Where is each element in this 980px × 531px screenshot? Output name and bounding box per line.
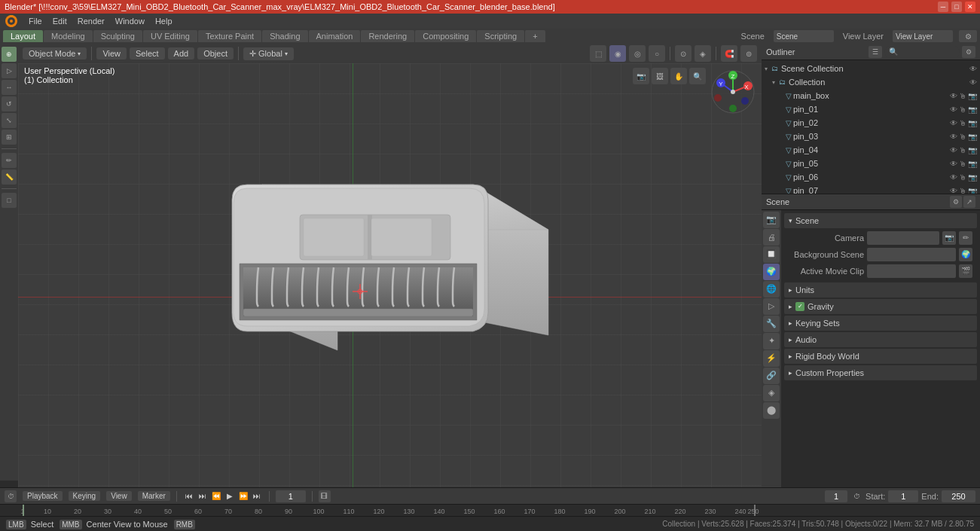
transform-tool[interactable]: ⊞ [2,130,17,145]
cursor-tool[interactable]: ⊕ [2,47,17,62]
outliner-filter[interactable]: ☰ [869,46,882,58]
menu-edit[interactable]: Edit [48,15,72,27]
prop-scene-icon[interactable]: 🌍 [763,264,780,280]
end-frame-input[interactable]: 250 [942,490,975,502]
background-scene-value[interactable] [867,248,956,261]
outliner-settings[interactable]: ⚙ [962,46,975,58]
start-frame-input[interactable]: 1 [888,490,918,502]
movie-clip-value[interactable] [867,264,956,278]
maximize-button[interactable]: □ [951,2,962,12]
overlay-toggle[interactable]: ⊙ [675,45,691,62]
viewport-shading-render[interactable]: ○ [649,45,665,62]
jump-end-btn[interactable]: ⏭ [197,490,209,502]
menu-window[interactable]: Window [111,15,149,27]
scene-selector[interactable]: Scene [774,30,834,42]
tab-compositing[interactable]: Compositing [415,30,476,42]
gravity-checkbox[interactable]: ✓ [795,302,804,311]
transform-space[interactable]: ✛ Global ▾ [243,47,294,60]
view-layer-selector[interactable]: View Layer [893,30,953,42]
move-tool[interactable]: ↔ [2,80,17,95]
movie-clip-icon[interactable]: 🎬 [959,264,972,278]
render-btn[interactable]: 🖼 [652,68,668,84]
viewport-shading-wire[interactable]: ⬚ [590,45,606,62]
keying-sets-header[interactable]: ▸ Keying Sets [784,316,977,331]
tab-uv-editing[interactable]: UV Editing [143,30,197,42]
menu-render[interactable]: Render [73,15,109,27]
prop-world-icon[interactable]: 🌐 [763,281,780,298]
viewport-shading-solid[interactable]: ◉ [609,45,626,62]
props-expand[interactable]: ↗ [963,196,975,208]
outliner-item-pin07[interactable]: ▸ ▽ pin_07 👁 🖱 📷 [762,184,980,194]
view-menu[interactable]: View [96,47,127,60]
camera-btn[interactable]: 📷 [633,68,649,84]
tab-shading[interactable]: Shading [262,30,307,42]
menu-help[interactable]: Help [151,15,177,27]
timeline-header-icon[interactable]: ⏱ [5,490,17,502]
prop-particles-icon[interactable]: ✦ [763,333,780,349]
gravity-section-header[interactable]: ▸ ✓ Gravity [784,299,977,314]
outliner-collection[interactable]: ▾ 🗂 Collection 👁 [762,75,980,89]
prop-data-icon[interactable]: ◈ [763,385,780,401]
select-menu[interactable]: Select [130,47,165,60]
prop-object-icon[interactable]: ▷ [763,298,780,315]
jump-end-btn2[interactable]: ⏭ [251,490,263,502]
proportional-edit[interactable]: ⊚ [740,45,757,62]
prev-frame-btn[interactable]: ⏪ [210,490,222,502]
outliner-item-main-box[interactable]: ▸ ▽ main_box 👁 🖱 📷 [762,89,980,102]
prop-physics-icon[interactable]: ⚡ [763,350,780,367]
tab-scripting[interactable]: Scripting [477,30,524,42]
tab-texture-paint[interactable]: Texture Paint [198,30,261,42]
viewport-3d[interactable]: User Perspective (Local) (1) Collection [18,63,762,487]
outliner-scene-collection[interactable]: ▾ 🗂 Scene Collection 👁 [762,62,980,75]
custom-props-header[interactable]: ▸ Custom Properties [784,365,977,380]
prop-constraints-icon[interactable]: 🔗 [763,368,780,384]
prop-view-layer-icon[interactable]: 🔲 [763,246,780,263]
outliner-item-pin05[interactable]: ▸ ▽ pin_05 👁 🖱 📷 [762,157,980,170]
add-cube-tool[interactable]: □ [2,193,17,208]
outliner-item-pin03[interactable]: ▸ ▽ pin_03 👁 🖱 📷 [762,130,980,143]
add-menu[interactable]: Add [168,47,195,60]
camera-edit-btn[interactable]: ✏ [959,231,972,245]
tab-layout[interactable]: Layout [3,30,43,42]
audio-section-header[interactable]: ▸ Audio [784,332,977,347]
window-controls[interactable]: ─ □ ✕ [938,2,975,12]
outliner-item-pin04[interactable]: ▸ ▽ pin_04 👁 🖱 📷 [762,143,980,157]
tab-add[interactable]: + [525,30,545,42]
view-menu-timeline[interactable]: View [106,491,132,501]
current-frame-display[interactable]: 1 [825,490,847,502]
scene-section-header[interactable]: ▾ Scene [784,213,977,228]
prop-material-icon[interactable]: ⬤ [763,402,780,419]
tab-rendering[interactable]: Rendering [361,30,414,42]
snap-toggle[interactable]: 🧲 [721,45,737,62]
outliner-item-pin01[interactable]: ▸ ▽ pin_01 👁 🖱 📷 [762,102,980,116]
prop-output-icon[interactable]: 🖨 [763,229,780,246]
minimize-button[interactable]: ─ [938,2,948,12]
outliner-item-pin06[interactable]: ▸ ▽ pin_06 👁 🖱 📷 [762,170,980,184]
viewport-shading-material[interactable]: ◎ [629,45,646,62]
camera-icon-btn[interactable]: 📷 [942,231,956,245]
playback-menu[interactable]: Playback [23,491,63,501]
annotate-tool[interactable]: ✏ [2,153,17,168]
outliner-item-pin02[interactable]: ▸ ▽ pin_02 👁 🖱 📷 [762,116,980,130]
current-frame-input[interactable]: 1 [276,490,306,502]
scale-tool[interactable]: ⤡ [2,113,17,128]
object-menu[interactable]: Object [197,47,234,60]
prop-render-icon[interactable]: 📷 [763,212,780,228]
nav-gizmo[interactable]: X Y Z [710,69,756,114]
xray-toggle[interactable]: ◈ [695,45,711,62]
background-scene-icon[interactable]: 🌍 [959,248,972,261]
measure-tool[interactable]: 📏 [2,169,17,185]
menu-file[interactable]: File [24,15,47,27]
hand-btn[interactable]: ✋ [670,68,687,84]
close-button[interactable]: ✕ [965,2,975,12]
playback-fps[interactable]: 🎞 [319,490,331,502]
props-settings[interactable]: ⚙ [950,196,962,208]
marker-menu[interactable]: Marker [138,491,170,501]
rotate-tool[interactable]: ↺ [2,96,17,111]
select-tool[interactable]: ▷ [2,63,17,78]
settings-button[interactable]: ⚙ [959,30,977,42]
next-frame-btn[interactable]: ⏩ [237,490,249,502]
jump-start-btn[interactable]: ⏮ [183,490,195,502]
rigid-body-header[interactable]: ▸ Rigid Body World [784,349,977,364]
object-mode-selector[interactable]: Object Mode ▾ [23,47,87,60]
